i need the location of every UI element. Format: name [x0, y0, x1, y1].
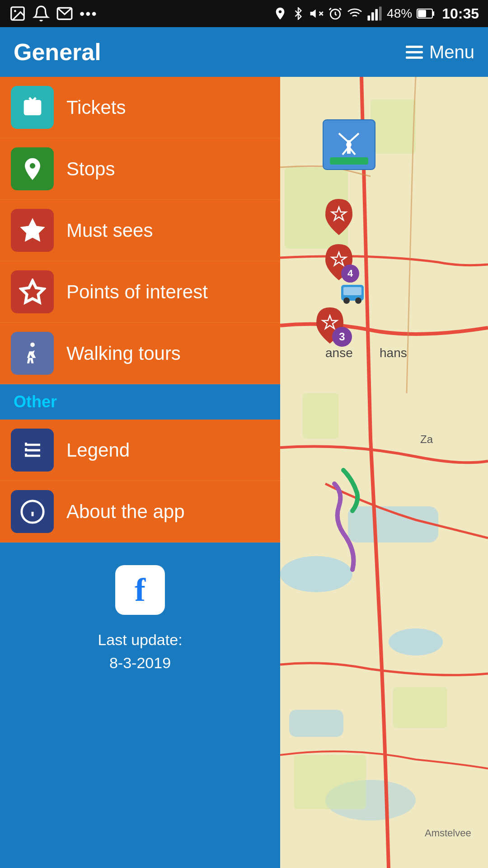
walking-label: Walking tours: [66, 343, 181, 364]
image-icon: [9, 5, 26, 22]
hamburger-icon: [406, 46, 423, 59]
svg-rect-12: [379, 6, 382, 20]
battery-percentage: 48%: [387, 6, 412, 21]
ticket-icon: [19, 94, 46, 121]
svg-point-20: [30, 342, 35, 347]
menu-item-walking[interactable]: Walking tours: [0, 323, 280, 384]
bottom-area: f Last update: 8-3-2019: [0, 542, 280, 868]
general-menu: Tickets Stops Must sees: [0, 77, 280, 384]
svg-marker-19: [21, 281, 44, 302]
svg-point-59: [343, 297, 350, 304]
other-section-header: Other: [0, 384, 280, 420]
legend-label: Legend: [66, 439, 130, 461]
svg-point-32: [389, 628, 443, 656]
svg-rect-58: [343, 287, 361, 295]
svg-text:4: 4: [347, 268, 353, 279]
alarm-icon: [328, 6, 343, 21]
must-sees-label: Must sees: [66, 220, 153, 241]
last-update-text: Last update: 8-3-2019: [98, 628, 182, 675]
battery-icon: [417, 9, 435, 19]
legend-icon-bg: [11, 429, 54, 472]
svg-rect-24: [25, 443, 27, 445]
svg-point-51: [346, 142, 352, 147]
location-icon: [273, 6, 287, 21]
menu-item-must-sees[interactable]: Must sees: [0, 200, 280, 261]
menu-item-about[interactable]: About the app: [0, 481, 280, 542]
svg-rect-34: [289, 710, 343, 737]
time-display: 10:35: [442, 5, 479, 22]
must-see-icon: [19, 217, 46, 244]
stop-icon: [19, 156, 46, 182]
svg-text:hans: hans: [380, 346, 407, 360]
left-panel: Tickets Stops Must sees: [0, 77, 280, 868]
other-menu: Legend About the app: [0, 420, 280, 542]
svg-rect-15: [433, 11, 434, 16]
svg-rect-37: [371, 99, 416, 154]
info-icon-bg: [11, 490, 54, 533]
status-icons-left: •••: [9, 5, 98, 22]
svg-text:anse: anse: [325, 346, 353, 360]
other-label: Other: [14, 392, 57, 411]
walking-icon-bg: [11, 332, 54, 375]
mail-icon: [56, 5, 73, 22]
menu-item-tickets[interactable]: Tickets: [0, 77, 280, 138]
svg-rect-39: [393, 687, 447, 728]
svg-rect-25: [25, 448, 27, 450]
ticket-icon-bg: [11, 86, 54, 129]
svg-point-1: [14, 10, 16, 12]
svg-line-6: [329, 8, 331, 10]
menu-label: Menu: [429, 42, 474, 62]
svg-text:Amstelvee: Amstelvee: [425, 827, 471, 839]
app-header: General Menu: [0, 27, 488, 77]
svg-rect-40: [294, 755, 366, 809]
last-update-date: 8-3-2019: [109, 654, 171, 671]
svg-rect-16: [28, 106, 37, 108]
facebook-button[interactable]: f: [115, 565, 165, 615]
poi-icon-bg: [11, 270, 54, 313]
svg-point-60: [355, 297, 361, 304]
bluetooth-icon: [292, 7, 305, 20]
main-content: Tickets Stops Must sees: [0, 77, 488, 868]
must-see-icon-bg: [11, 209, 54, 252]
menu-item-poi[interactable]: Points of interest: [0, 261, 280, 323]
svg-rect-10: [371, 12, 374, 20]
svg-line-7: [339, 8, 341, 10]
volume-off-icon: [309, 6, 324, 21]
menu-item-legend[interactable]: Legend: [0, 420, 280, 481]
svg-marker-18: [21, 219, 44, 241]
app-title: General: [14, 38, 101, 66]
wifi-icon: [347, 6, 362, 21]
menu-button[interactable]: Menu: [406, 42, 474, 62]
poi-icon: [19, 278, 46, 306]
tickets-label: Tickets: [66, 97, 126, 118]
menu-item-stops[interactable]: Stops: [0, 138, 280, 200]
svg-rect-9: [368, 15, 371, 20]
about-label: About the app: [66, 501, 185, 523]
svg-rect-52: [330, 157, 368, 165]
status-icons-right: 48% 10:35: [273, 5, 479, 22]
svg-text:3: 3: [339, 330, 345, 343]
last-update-label: Last update:: [98, 631, 182, 648]
svg-rect-11: [375, 9, 378, 20]
svg-rect-17: [28, 109, 33, 112]
legend-icon: [19, 437, 46, 463]
svg-text:Za: Za: [420, 433, 433, 445]
stops-label: Stops: [66, 158, 115, 180]
bell-icon: [33, 5, 50, 22]
info-icon: [19, 499, 46, 525]
svg-rect-38: [303, 393, 339, 439]
svg-point-31: [280, 556, 352, 592]
map-panel: anse hans Za Amstelvee: [280, 77, 488, 868]
map-background: anse hans Za Amstelvee: [280, 77, 488, 868]
more-icon: •••: [80, 5, 98, 22]
stop-icon-bg: [11, 147, 54, 190]
svg-rect-26: [25, 453, 27, 456]
poi-label: Points of interest: [66, 281, 208, 303]
signal-icon: [367, 6, 382, 21]
svg-rect-14: [418, 10, 426, 17]
walking-icon: [19, 340, 46, 367]
facebook-icon: f: [135, 574, 145, 606]
status-bar: ••• 48% 10:35: [0, 0, 488, 27]
